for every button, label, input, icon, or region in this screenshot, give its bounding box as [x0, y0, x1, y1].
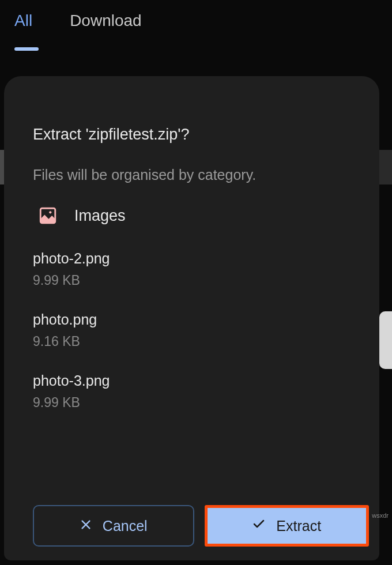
- file-name: photo-2.png: [33, 250, 350, 267]
- file-name: photo.png: [33, 311, 350, 328]
- bg-strip: [379, 311, 392, 369]
- extract-button[interactable]: Extract: [205, 505, 370, 547]
- check-icon: [252, 517, 266, 534]
- dialog-subtitle: Files will be organised by category.: [33, 167, 350, 183]
- dialog-actions: Cancel Extract: [4, 505, 379, 560]
- file-list: photo-2.png 9.99 KB photo.png 9.16 KB ph…: [33, 250, 350, 410]
- file-size: 9.99 KB: [33, 395, 350, 410]
- cancel-button[interactable]: Cancel: [33, 505, 194, 547]
- list-item: photo.png 9.16 KB: [33, 311, 350, 349]
- svg-point-1: [49, 211, 51, 213]
- image-icon: [37, 205, 58, 226]
- dialog-title: Extract 'zipfiletest.zip'?: [33, 126, 350, 144]
- tabs-bar: All Download: [0, 0, 392, 36]
- watermark: wsxdr: [372, 512, 389, 519]
- bg-strip: [379, 150, 392, 184]
- extract-dialog: Extract 'zipfiletest.zip'? Files will be…: [4, 76, 379, 560]
- close-icon: [80, 518, 92, 534]
- file-size: 9.99 KB: [33, 273, 350, 288]
- tab-indicator: [14, 47, 39, 51]
- list-item: photo-2.png 9.99 KB: [33, 250, 350, 288]
- bg-strip: [0, 150, 4, 184]
- list-item: photo-3.png 9.99 KB: [33, 372, 350, 410]
- category-label: Images: [74, 207, 126, 225]
- cancel-label: Cancel: [103, 518, 148, 534]
- file-name: photo-3.png: [33, 372, 350, 389]
- tab-all[interactable]: All: [14, 12, 32, 30]
- file-size: 9.16 KB: [33, 334, 350, 349]
- extract-label: Extract: [276, 518, 321, 534]
- category-header: Images: [37, 205, 350, 226]
- tab-download[interactable]: Download: [70, 12, 142, 30]
- dialog-content: Extract 'zipfiletest.zip'? Files will be…: [4, 76, 379, 505]
